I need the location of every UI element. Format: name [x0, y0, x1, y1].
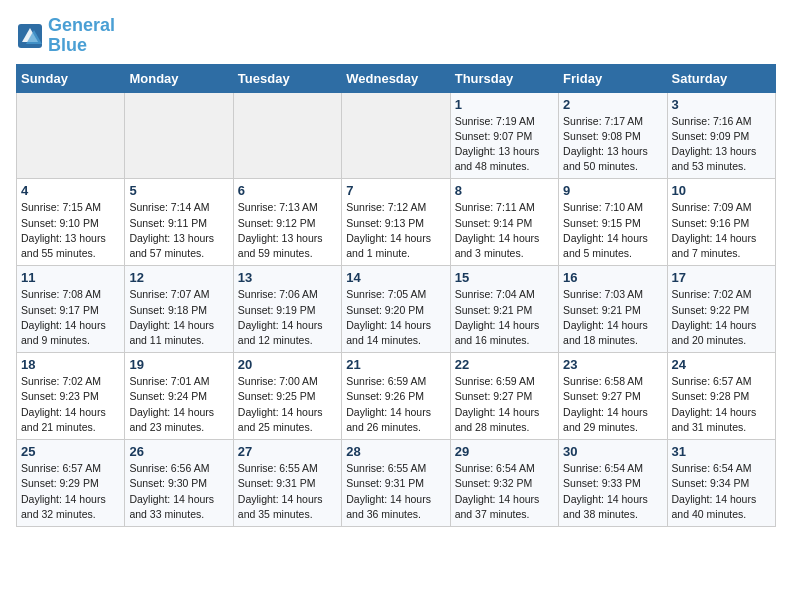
- week-row-2: 4Sunrise: 7:15 AM Sunset: 9:10 PM Daylig…: [17, 179, 776, 266]
- day-info: Sunrise: 7:03 AM Sunset: 9:21 PM Dayligh…: [563, 287, 662, 348]
- day-cell: [342, 92, 450, 179]
- week-row-4: 18Sunrise: 7:02 AM Sunset: 9:23 PM Dayli…: [17, 353, 776, 440]
- day-cell: 7Sunrise: 7:12 AM Sunset: 9:13 PM Daylig…: [342, 179, 450, 266]
- day-cell: 5Sunrise: 7:14 AM Sunset: 9:11 PM Daylig…: [125, 179, 233, 266]
- day-info: Sunrise: 6:57 AM Sunset: 9:28 PM Dayligh…: [672, 374, 771, 435]
- day-cell: 28Sunrise: 6:55 AM Sunset: 9:31 PM Dayli…: [342, 440, 450, 527]
- day-info: Sunrise: 7:08 AM Sunset: 9:17 PM Dayligh…: [21, 287, 120, 348]
- day-info: Sunrise: 7:19 AM Sunset: 9:07 PM Dayligh…: [455, 114, 554, 175]
- day-info: Sunrise: 7:05 AM Sunset: 9:20 PM Dayligh…: [346, 287, 445, 348]
- day-info: Sunrise: 6:57 AM Sunset: 9:29 PM Dayligh…: [21, 461, 120, 522]
- day-info: Sunrise: 6:55 AM Sunset: 9:31 PM Dayligh…: [346, 461, 445, 522]
- weekday-header-tuesday: Tuesday: [233, 64, 341, 92]
- day-number: 29: [455, 444, 554, 459]
- day-number: 1: [455, 97, 554, 112]
- day-info: Sunrise: 6:59 AM Sunset: 9:26 PM Dayligh…: [346, 374, 445, 435]
- day-number: 10: [672, 183, 771, 198]
- day-cell: 19Sunrise: 7:01 AM Sunset: 9:24 PM Dayli…: [125, 353, 233, 440]
- day-cell: 24Sunrise: 6:57 AM Sunset: 9:28 PM Dayli…: [667, 353, 775, 440]
- day-info: Sunrise: 7:02 AM Sunset: 9:23 PM Dayligh…: [21, 374, 120, 435]
- weekday-header-saturday: Saturday: [667, 64, 775, 92]
- day-cell: 22Sunrise: 6:59 AM Sunset: 9:27 PM Dayli…: [450, 353, 558, 440]
- day-number: 14: [346, 270, 445, 285]
- day-number: 21: [346, 357, 445, 372]
- day-cell: 10Sunrise: 7:09 AM Sunset: 9:16 PM Dayli…: [667, 179, 775, 266]
- day-info: Sunrise: 7:10 AM Sunset: 9:15 PM Dayligh…: [563, 200, 662, 261]
- day-number: 26: [129, 444, 228, 459]
- weekday-header-row: SundayMondayTuesdayWednesdayThursdayFrid…: [17, 64, 776, 92]
- day-info: Sunrise: 7:12 AM Sunset: 9:13 PM Dayligh…: [346, 200, 445, 261]
- weekday-header-wednesday: Wednesday: [342, 64, 450, 92]
- day-cell: 31Sunrise: 6:54 AM Sunset: 9:34 PM Dayli…: [667, 440, 775, 527]
- day-number: 7: [346, 183, 445, 198]
- day-cell: 3Sunrise: 7:16 AM Sunset: 9:09 PM Daylig…: [667, 92, 775, 179]
- day-info: Sunrise: 7:14 AM Sunset: 9:11 PM Dayligh…: [129, 200, 228, 261]
- day-number: 25: [21, 444, 120, 459]
- day-number: 30: [563, 444, 662, 459]
- day-number: 3: [672, 97, 771, 112]
- day-number: 24: [672, 357, 771, 372]
- day-info: Sunrise: 7:06 AM Sunset: 9:19 PM Dayligh…: [238, 287, 337, 348]
- day-cell: 13Sunrise: 7:06 AM Sunset: 9:19 PM Dayli…: [233, 266, 341, 353]
- day-info: Sunrise: 7:11 AM Sunset: 9:14 PM Dayligh…: [455, 200, 554, 261]
- day-number: 13: [238, 270, 337, 285]
- day-cell: 4Sunrise: 7:15 AM Sunset: 9:10 PM Daylig…: [17, 179, 125, 266]
- logo-icon: [16, 22, 44, 50]
- day-cell: [17, 92, 125, 179]
- day-cell: 17Sunrise: 7:02 AM Sunset: 9:22 PM Dayli…: [667, 266, 775, 353]
- day-number: 8: [455, 183, 554, 198]
- day-cell: 9Sunrise: 7:10 AM Sunset: 9:15 PM Daylig…: [559, 179, 667, 266]
- day-number: 5: [129, 183, 228, 198]
- day-number: 22: [455, 357, 554, 372]
- day-number: 6: [238, 183, 337, 198]
- day-info: Sunrise: 6:59 AM Sunset: 9:27 PM Dayligh…: [455, 374, 554, 435]
- day-info: Sunrise: 6:55 AM Sunset: 9:31 PM Dayligh…: [238, 461, 337, 522]
- day-info: Sunrise: 7:17 AM Sunset: 9:08 PM Dayligh…: [563, 114, 662, 175]
- day-number: 27: [238, 444, 337, 459]
- day-cell: 18Sunrise: 7:02 AM Sunset: 9:23 PM Dayli…: [17, 353, 125, 440]
- day-info: Sunrise: 7:02 AM Sunset: 9:22 PM Dayligh…: [672, 287, 771, 348]
- calendar-table: SundayMondayTuesdayWednesdayThursdayFrid…: [16, 64, 776, 527]
- day-info: Sunrise: 6:56 AM Sunset: 9:30 PM Dayligh…: [129, 461, 228, 522]
- day-cell: 20Sunrise: 7:00 AM Sunset: 9:25 PM Dayli…: [233, 353, 341, 440]
- day-cell: 26Sunrise: 6:56 AM Sunset: 9:30 PM Dayli…: [125, 440, 233, 527]
- day-info: Sunrise: 6:54 AM Sunset: 9:32 PM Dayligh…: [455, 461, 554, 522]
- weekday-header-monday: Monday: [125, 64, 233, 92]
- weekday-header-sunday: Sunday: [17, 64, 125, 92]
- day-cell: 1Sunrise: 7:19 AM Sunset: 9:07 PM Daylig…: [450, 92, 558, 179]
- day-info: Sunrise: 7:00 AM Sunset: 9:25 PM Dayligh…: [238, 374, 337, 435]
- weekday-header-thursday: Thursday: [450, 64, 558, 92]
- week-row-5: 25Sunrise: 6:57 AM Sunset: 9:29 PM Dayli…: [17, 440, 776, 527]
- day-number: 19: [129, 357, 228, 372]
- day-cell: 27Sunrise: 6:55 AM Sunset: 9:31 PM Dayli…: [233, 440, 341, 527]
- day-info: Sunrise: 7:16 AM Sunset: 9:09 PM Dayligh…: [672, 114, 771, 175]
- day-number: 11: [21, 270, 120, 285]
- page-header: General Blue: [16, 16, 776, 56]
- day-number: 20: [238, 357, 337, 372]
- day-info: Sunrise: 7:04 AM Sunset: 9:21 PM Dayligh…: [455, 287, 554, 348]
- day-number: 28: [346, 444, 445, 459]
- logo-text: General Blue: [48, 16, 115, 56]
- week-row-1: 1Sunrise: 7:19 AM Sunset: 9:07 PM Daylig…: [17, 92, 776, 179]
- weekday-header-friday: Friday: [559, 64, 667, 92]
- day-number: 16: [563, 270, 662, 285]
- day-info: Sunrise: 7:07 AM Sunset: 9:18 PM Dayligh…: [129, 287, 228, 348]
- logo: General Blue: [16, 16, 115, 56]
- day-number: 18: [21, 357, 120, 372]
- day-cell: 11Sunrise: 7:08 AM Sunset: 9:17 PM Dayli…: [17, 266, 125, 353]
- day-info: Sunrise: 7:15 AM Sunset: 9:10 PM Dayligh…: [21, 200, 120, 261]
- day-info: Sunrise: 6:54 AM Sunset: 9:34 PM Dayligh…: [672, 461, 771, 522]
- day-cell: 21Sunrise: 6:59 AM Sunset: 9:26 PM Dayli…: [342, 353, 450, 440]
- day-info: Sunrise: 7:13 AM Sunset: 9:12 PM Dayligh…: [238, 200, 337, 261]
- day-number: 2: [563, 97, 662, 112]
- day-cell: 15Sunrise: 7:04 AM Sunset: 9:21 PM Dayli…: [450, 266, 558, 353]
- day-info: Sunrise: 6:54 AM Sunset: 9:33 PM Dayligh…: [563, 461, 662, 522]
- day-number: 31: [672, 444, 771, 459]
- day-number: 9: [563, 183, 662, 198]
- day-cell: [125, 92, 233, 179]
- day-number: 17: [672, 270, 771, 285]
- day-number: 23: [563, 357, 662, 372]
- day-cell: 30Sunrise: 6:54 AM Sunset: 9:33 PM Dayli…: [559, 440, 667, 527]
- week-row-3: 11Sunrise: 7:08 AM Sunset: 9:17 PM Dayli…: [17, 266, 776, 353]
- day-cell: 2Sunrise: 7:17 AM Sunset: 9:08 PM Daylig…: [559, 92, 667, 179]
